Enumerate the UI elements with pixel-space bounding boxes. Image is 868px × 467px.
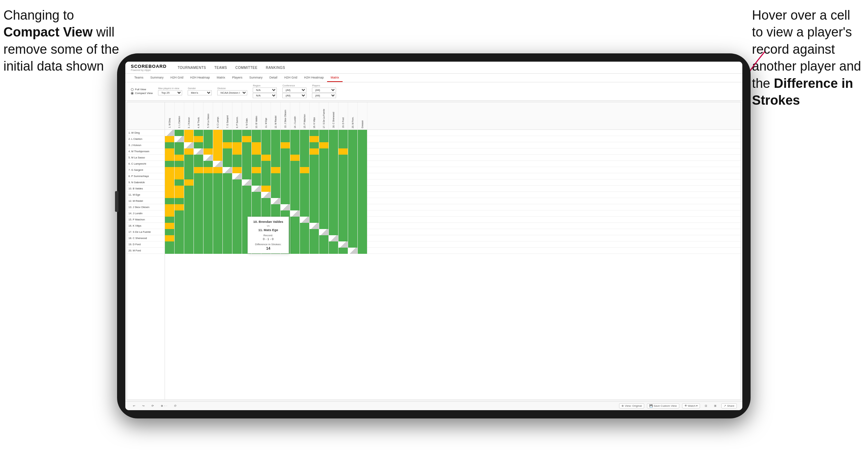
grid-cell[interactable] (319, 179, 329, 186)
grid-cell[interactable] (300, 229, 310, 235)
grid-cell[interactable] (213, 217, 223, 223)
view-original-btn[interactable]: ⊕ View: Original (619, 403, 644, 408)
grid-cell[interactable] (165, 217, 175, 223)
tab-matrix-1[interactable]: Matrix (213, 74, 229, 82)
grid-cell[interactable] (358, 210, 367, 217)
grid-cell[interactable] (261, 148, 271, 155)
grid-cell[interactable] (175, 204, 184, 210)
tab-h2h-grid-2[interactable]: H2H Grid (281, 74, 301, 82)
grid-cell[interactable] (213, 229, 223, 235)
grid-cell[interactable] (213, 210, 223, 217)
grid-cell[interactable] (203, 229, 213, 235)
grid-cell[interactable] (194, 186, 203, 192)
grid-cell[interactable] (165, 179, 175, 186)
radio-compact-view[interactable]: Compact View (131, 92, 153, 95)
grid-cell[interactable] (165, 198, 175, 204)
grid-cell[interactable] (358, 198, 367, 204)
grid-cell[interactable] (175, 223, 184, 229)
grid-cell[interactable] (165, 192, 175, 198)
grid-cell[interactable] (358, 173, 367, 179)
grid-cell[interactable] (319, 167, 329, 173)
grid-cell[interactable] (290, 186, 300, 192)
grid-cell[interactable] (175, 210, 184, 217)
grid-cell[interactable] (319, 155, 329, 161)
grid-cell[interactable] (261, 198, 271, 204)
grid-cell[interactable] (290, 130, 300, 136)
grid-cell[interactable] (281, 136, 290, 142)
grid-cell[interactable] (261, 179, 271, 186)
grid-cell[interactable] (175, 217, 184, 223)
grid-cell[interactable] (252, 179, 261, 186)
grid-cell[interactable] (184, 217, 194, 223)
grid-cell[interactable] (184, 248, 194, 254)
grid-cell[interactable] (261, 155, 271, 161)
grid-cell[interactable] (203, 155, 213, 161)
grid-cell[interactable] (232, 167, 242, 173)
grid-cell[interactable] (223, 142, 232, 148)
grid-cell[interactable] (310, 198, 319, 204)
grid-cell[interactable] (281, 210, 290, 217)
grid-cell[interactable] (281, 155, 290, 161)
grid-cell[interactable] (232, 186, 242, 192)
grid-cell[interactable] (175, 192, 184, 198)
grid-cell[interactable] (290, 192, 300, 198)
grid-cell[interactable] (358, 204, 367, 210)
grid-cell[interactable] (223, 161, 232, 167)
grid-cell[interactable] (184, 136, 194, 142)
grid-cell[interactable] (213, 192, 223, 198)
grid-cell[interactable] (223, 223, 232, 229)
grid-cell[interactable] (310, 148, 319, 155)
grid-cell[interactable] (329, 130, 338, 136)
grid-cell[interactable] (329, 229, 338, 235)
grid-cell[interactable] (290, 235, 300, 241)
grid-cell[interactable] (271, 155, 281, 161)
grid-cell[interactable] (194, 148, 203, 155)
grid-cell[interactable] (300, 167, 310, 173)
grid-cell[interactable] (338, 155, 348, 161)
grid-cell[interactable] (232, 248, 242, 254)
grid-cell[interactable] (232, 229, 242, 235)
grid-cell[interactable] (252, 186, 261, 192)
grid-cell[interactable] (203, 167, 213, 173)
grid-cell[interactable] (232, 241, 242, 248)
undo-btn[interactable]: ↩ (131, 404, 137, 408)
grid-cell[interactable] (281, 173, 290, 179)
grid-cell[interactable] (165, 130, 175, 136)
grid-cell[interactable] (242, 186, 252, 192)
grid-cell[interactable] (223, 136, 232, 142)
grid-cell[interactable] (203, 192, 213, 198)
grid-cell[interactable] (175, 235, 184, 241)
grid-cell[interactable] (348, 167, 358, 173)
grid-cell[interactable] (271, 186, 281, 192)
grid-cell[interactable] (232, 130, 242, 136)
grid-cell[interactable] (290, 142, 300, 148)
region-select-1[interactable]: N/A (253, 87, 277, 93)
grid-cell[interactable] (261, 142, 271, 148)
grid-cell[interactable] (165, 173, 175, 179)
grid-cell[interactable] (290, 155, 300, 161)
grid-cell[interactable] (329, 198, 338, 204)
grid-cell[interactable] (252, 210, 261, 217)
grid-cell[interactable] (232, 142, 242, 148)
grid-cell[interactable] (338, 198, 348, 204)
grid-cell[interactable] (194, 235, 203, 241)
grid-cell[interactable] (213, 241, 223, 248)
grid-cell[interactable] (271, 192, 281, 198)
grid-cell[interactable] (310, 204, 319, 210)
grid-cell[interactable] (242, 198, 252, 204)
grid-cell[interactable] (338, 223, 348, 229)
grid-cell[interactable] (310, 248, 319, 254)
grid-cell[interactable] (175, 173, 184, 179)
grid-cell[interactable] (175, 136, 184, 142)
grid-cell[interactable] (300, 198, 310, 204)
grid-cell[interactable] (338, 210, 348, 217)
grid-cell[interactable] (358, 186, 367, 192)
grid-cell[interactable] (319, 223, 329, 229)
grid-cell[interactable] (175, 198, 184, 204)
grid-cell[interactable] (261, 161, 271, 167)
grid-cell[interactable] (290, 229, 300, 235)
grid-cell[interactable] (271, 198, 281, 204)
grid-cell[interactable] (319, 192, 329, 198)
grid-cell[interactable] (271, 136, 281, 142)
grid-cell[interactable] (338, 142, 348, 148)
